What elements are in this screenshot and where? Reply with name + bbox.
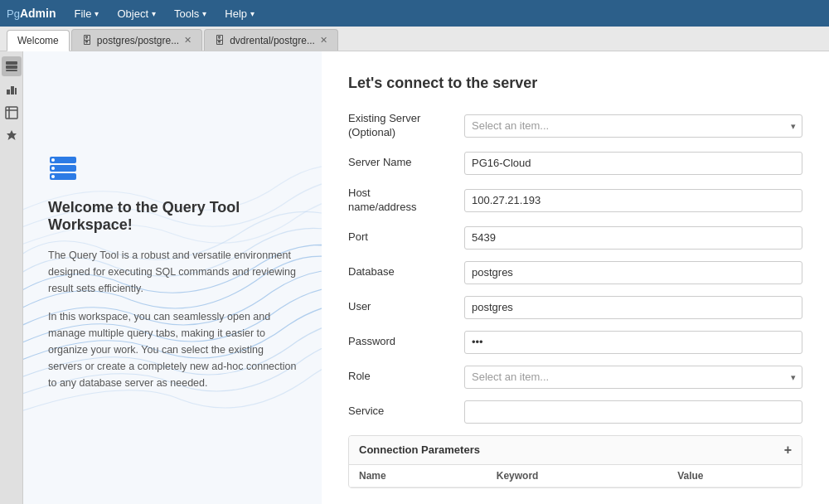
label-service: Service: [348, 405, 464, 419]
svg-point-11: [51, 175, 55, 178]
svg-point-10: [51, 167, 55, 170]
form-row-user: User: [348, 296, 802, 319]
logo-pg: Pg: [7, 7, 20, 20]
select-wrapper-role: Select an item... ▾: [464, 366, 802, 389]
tabbar: Welcome 🗄 postgres/postgre... ✕ 🗄 dvdren…: [0, 27, 829, 51]
sidebar-item-server[interactable]: [2, 56, 22, 76]
chevron-down-icon: ▾: [202, 9, 206, 18]
user-input[interactable]: [464, 296, 802, 319]
menu-tools[interactable]: Tools ▾: [166, 4, 215, 23]
form-row-host: Hostname/address: [348, 187, 802, 215]
label-server-name: Server Name: [348, 156, 464, 170]
select-wrapper-existing-server: Select an item... ▾: [464, 114, 802, 138]
control-port: [464, 226, 802, 250]
label-role: Role: [348, 370, 464, 384]
database-input[interactable]: [464, 261, 802, 284]
welcome-paragraph1: The Query Tool is a robust and versatile…: [48, 247, 297, 297]
welcome-logo-icon: [48, 153, 297, 189]
form-panel: Let's connect to the server Existing Ser…: [322, 51, 829, 504]
form-row-port: Port: [348, 226, 802, 250]
logo-admin: Admin: [20, 7, 56, 20]
sidebar-item-browser[interactable]: [2, 103, 22, 123]
control-server-name: [464, 152, 802, 175]
welcome-title: Welcome to the Query Tool Workspace!: [48, 199, 297, 234]
col-keyword: Keyword: [487, 465, 667, 487]
form-row-existing-server: Existing Server(Optional) Select an item…: [348, 112, 802, 140]
menu-file[interactable]: File ▾: [65, 4, 107, 23]
label-password: Password: [348, 335, 464, 349]
role-select[interactable]: Select an item...: [464, 366, 802, 389]
form-row-role: Role Select an item... ▾: [348, 366, 802, 389]
form-title: Let's connect to the server: [348, 75, 802, 92]
col-name: Name: [349, 465, 487, 487]
control-existing-server: Select an item... ▾: [464, 114, 802, 138]
form-row-service: Service: [348, 400, 802, 424]
col-value: Value: [667, 465, 802, 487]
main-layout: .wave { fill: none; stroke: #4a90d9; str…: [0, 51, 829, 504]
connection-params-header: Connection Parameters +: [349, 436, 802, 465]
database-tab-icon2: 🗄: [215, 35, 225, 46]
service-input[interactable]: [464, 400, 802, 424]
menubar: PgAdmin File ▾ Object ▾ Tools ▾ Help ▾: [0, 0, 829, 27]
content-area: .wave { fill: none; stroke: #4a90d9; str…: [23, 51, 829, 504]
label-port: Port: [348, 230, 464, 245]
menu-help[interactable]: Help ▾: [216, 4, 263, 23]
label-user: User: [348, 300, 464, 314]
tab-postgres[interactable]: 🗄 postgres/postgre... ✕: [71, 29, 202, 51]
chevron-down-icon: ▾: [250, 9, 255, 18]
server-name-input[interactable]: [464, 152, 802, 175]
sidebar: [0, 51, 23, 504]
svg-rect-0: [6, 61, 17, 65]
welcome-panel: .wave { fill: none; stroke: #4a90d9; str…: [23, 51, 322, 504]
database-tab-icon: 🗄: [82, 35, 92, 46]
control-service: [464, 400, 802, 424]
existing-server-select[interactable]: Select an item...: [464, 114, 802, 138]
form-row-server-name: Server Name: [348, 152, 802, 175]
svg-rect-1: [6, 65, 17, 69]
sidebar-item-plugin[interactable]: [2, 126, 22, 146]
tab-close-icon2[interactable]: ✕: [320, 36, 327, 45]
tab-welcome[interactable]: Welcome: [7, 30, 70, 51]
control-host: [464, 189, 802, 212]
svg-point-9: [51, 158, 55, 162]
label-host: Hostname/address: [348, 187, 464, 215]
app-logo: PgAdmin: [7, 7, 56, 20]
port-input[interactable]: [464, 226, 802, 250]
chevron-down-icon: ▾: [152, 9, 156, 18]
menu-object[interactable]: Object ▾: [109, 4, 164, 23]
menu-items: File ▾ Object ▾ Tools ▾ Help ▾: [65, 4, 263, 23]
add-param-button[interactable]: +: [784, 443, 792, 458]
svg-rect-3: [6, 107, 17, 119]
form-row-database: Database: [348, 261, 802, 284]
tab-close-icon[interactable]: ✕: [184, 36, 191, 45]
control-role: Select an item... ▾: [464, 366, 802, 389]
welcome-paragraph2: In this workspace, you can seamlessly op…: [48, 308, 297, 391]
control-user: [464, 296, 802, 319]
form-row-password: Password: [348, 331, 802, 354]
label-existing-server: Existing Server(Optional): [348, 112, 464, 140]
welcome-content: Welcome to the Query Tool Workspace! The…: [48, 153, 297, 403]
chevron-down-icon: ▾: [95, 9, 99, 18]
tab-dvdrental[interactable]: 🗄 dvdrental/postgre... ✕: [204, 29, 338, 51]
connection-params: Connection Parameters + Name Keyword Val…: [348, 435, 802, 488]
tab-welcome-label: Welcome: [17, 35, 59, 46]
svg-rect-2: [6, 70, 17, 71]
password-input[interactable]: [464, 331, 802, 354]
label-database: Database: [348, 265, 464, 279]
params-table: Name Keyword Value: [349, 465, 802, 487]
control-database: [464, 261, 802, 284]
control-password: [464, 331, 802, 354]
tab-dvdrental-label: dvdrental/postgre...: [230, 35, 315, 46]
tab-postgres-label: postgres/postgre...: [97, 35, 179, 46]
connection-params-title: Connection Parameters: [359, 443, 480, 456]
host-input[interactable]: [464, 189, 802, 212]
sidebar-item-dashboard[interactable]: [2, 80, 22, 99]
